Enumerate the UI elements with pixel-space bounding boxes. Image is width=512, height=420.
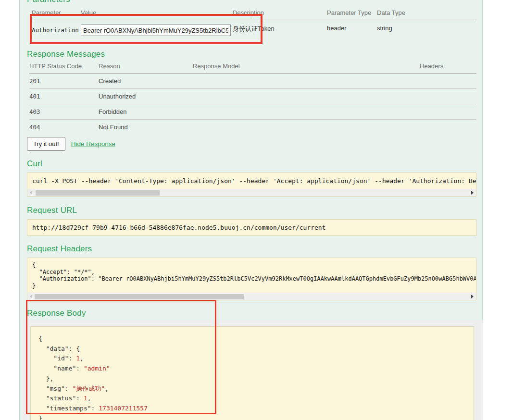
parameters-header-row: Parameter Value Description Parameter Ty… (32, 8, 476, 20)
request-url-heading: Request URL (27, 206, 475, 215)
headers-cell (420, 104, 476, 120)
col-http-status-code: HTTP Status Code (29, 62, 99, 74)
col-description: Description (233, 8, 327, 20)
parameter-data-type: string (377, 20, 476, 43)
status-code-cell: 404 (29, 120, 99, 135)
response-body-heading: Response Body (27, 309, 475, 318)
response-model-cell (193, 104, 420, 120)
scroll-left-icon[interactable] (30, 191, 32, 195)
reason-cell: Created (99, 74, 193, 89)
curl-heading: Curl (27, 159, 475, 169)
try-it-out-button[interactable]: Try it out! (27, 137, 65, 151)
col-parameter: Parameter (32, 8, 81, 20)
parameters-heading: Parameters (27, 0, 475, 4)
scroll-right-icon[interactable] (471, 191, 474, 195)
request-url-value: http://18d729cf-79b9-4716-b66d-54886e876… (27, 220, 476, 235)
scroll-left-icon[interactable] (30, 295, 32, 298)
table-row: 403Forbidden (29, 104, 476, 120)
request-url-box: http://18d729cf-79b9-4716-b66d-54886e876… (27, 219, 476, 236)
col-data-type: Data Type (377, 8, 476, 20)
headers-cell (420, 74, 476, 89)
response-messages-body: 201Created401Unauthorized403Forbidden404… (29, 74, 476, 135)
response-messages-table: HTTP Status Code Reason Response Model H… (29, 62, 476, 135)
response-messages-heading: Response Messages (27, 49, 475, 59)
code-line: "data": { (38, 344, 466, 354)
code-line: }, (38, 374, 466, 384)
curl-scrollbar-thumb[interactable] (36, 190, 160, 196)
parameter-row: Authorization 身份认证Token header string (32, 20, 476, 43)
table-row: 404Not Found (29, 120, 476, 135)
authorization-input[interactable] (81, 25, 231, 36)
reason-cell: Unauthorized (99, 89, 193, 104)
parameter-name: Authorization (32, 20, 81, 43)
code-line: "timestamps": 1731407211557 (38, 404, 466, 414)
request-headers-scrollbar-thumb[interactable] (35, 294, 244, 299)
hide-response-link[interactable]: Hide Response (71, 140, 115, 148)
curl-scrollbar[interactable] (27, 189, 476, 196)
operation-panel: Parameters Parameter Value Description P… (19, 0, 483, 420)
headers-cell (420, 120, 476, 135)
code-line: { (38, 334, 466, 344)
table-row: 201Created (29, 74, 476, 89)
status-code-cell: 401 (29, 89, 99, 104)
code-line: } (38, 414, 466, 420)
headers-cell (420, 89, 476, 104)
col-headers: Headers (420, 62, 476, 74)
code-line: "status": 1, (38, 394, 466, 404)
response-body-container: { "data": { "id": 1, "name": "admin" }, … (22, 320, 483, 420)
col-response-model: Response Model (193, 62, 420, 74)
col-parameter-type: Parameter Type (327, 8, 377, 20)
table-row: 401Unauthorized (29, 89, 476, 104)
status-code-cell: 403 (29, 104, 99, 120)
code-line: "msg": "操作成功", (38, 384, 466, 394)
parameter-type: header (327, 20, 377, 43)
scroll-right-icon[interactable] (471, 295, 474, 298)
response-messages-header-row: HTTP Status Code Reason Response Model H… (29, 62, 476, 74)
request-headers-scrollbar[interactable] (27, 293, 476, 300)
reason-cell: Not Found (99, 120, 193, 135)
response-body-code: { "data": { "id": 1, "name": "admin" }, … (30, 326, 474, 420)
col-reason: Reason (99, 62, 193, 74)
parameters-table: Parameter Value Description Parameter Ty… (32, 8, 476, 43)
curl-box: curl -X POST --header 'Content-Type: app… (27, 173, 476, 197)
response-model-cell (193, 89, 420, 104)
actions-row: Try it out! Hide Response (27, 137, 475, 151)
parameter-description: 身份认证Token (233, 20, 327, 43)
response-model-cell (193, 74, 420, 89)
code-line: "name": "admin" (38, 364, 466, 374)
request-headers-box: { "Accept": "*/*", "Authorization": "Bea… (27, 258, 476, 300)
response-model-cell (193, 120, 420, 135)
reason-cell: Forbidden (99, 104, 193, 120)
curl-command: curl -X POST --header 'Content-Type: app… (27, 173, 476, 189)
code-line: "id": 1, (38, 354, 466, 364)
status-code-cell: 201 (29, 74, 99, 89)
col-value: Value (81, 8, 233, 20)
request-headers-value: { "Accept": "*/*", "Authorization": "Bea… (27, 258, 476, 293)
request-headers-heading: Request Headers (27, 244, 475, 254)
